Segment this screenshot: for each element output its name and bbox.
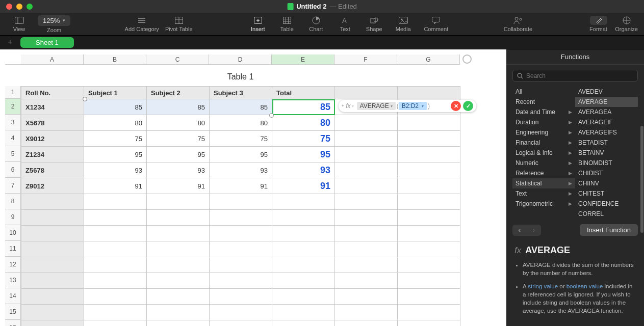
selection-handle-br[interactable]: [269, 113, 274, 118]
cell[interactable]: [147, 226, 210, 241]
media-button[interactable]: Media: [392, 16, 415, 32]
cell[interactable]: [335, 162, 398, 178]
cell[interactable]: [21, 194, 84, 210]
cell[interactable]: [398, 257, 460, 273]
cell[interactable]: [398, 289, 460, 305]
function-item[interactable]: AVERAGEA: [575, 107, 638, 117]
row-header[interactable]: 14: [5, 288, 21, 304]
sheet-tab[interactable]: Sheet 1: [20, 37, 74, 48]
row-header[interactable]: 4: [5, 130, 21, 146]
cell[interactable]: [210, 305, 272, 320]
cell[interactable]: [398, 147, 460, 162]
cell[interactable]: 93: [210, 162, 272, 178]
header-cell[interactable]: Subject 3: [210, 87, 272, 99]
cell[interactable]: X1234: [21, 99, 84, 115]
cell[interactable]: [84, 320, 147, 327]
cell[interactable]: [147, 305, 210, 320]
cell[interactable]: [272, 226, 335, 241]
cell[interactable]: 93: [147, 162, 210, 178]
cell[interactable]: 91: [147, 178, 210, 194]
zoom-button[interactable]: 125% Zoom: [38, 15, 70, 33]
cell[interactable]: 95: [210, 147, 272, 162]
cell[interactable]: [21, 241, 84, 257]
cell[interactable]: [335, 210, 398, 226]
pivot-table-button[interactable]: Pivot Table: [162, 16, 195, 32]
row-header[interactable]: 12: [5, 257, 21, 273]
function-item[interactable]: AVERAGEIFS: [575, 127, 638, 138]
minimize-window-button[interactable]: [16, 4, 22, 10]
cell[interactable]: [84, 226, 147, 241]
cell[interactable]: 75: [147, 131, 210, 147]
cell[interactable]: [398, 178, 460, 194]
format-button[interactable]: Format: [587, 16, 610, 32]
row-header[interactable]: 8: [5, 194, 21, 209]
organize-button[interactable]: Organize: [615, 16, 638, 32]
cell[interactable]: Z9012: [21, 178, 84, 194]
cell[interactable]: [210, 289, 272, 305]
cell[interactable]: [398, 305, 460, 320]
category-item[interactable]: Financial▶: [512, 138, 575, 148]
cell[interactable]: 91: [272, 178, 335, 194]
cell[interactable]: [335, 289, 398, 305]
panel-scrollbar[interactable]: [640, 126, 644, 253]
header-cell[interactable]: Total: [272, 87, 335, 99]
row-header[interactable]: 5: [5, 146, 21, 162]
table-button[interactable]: Table: [275, 16, 298, 32]
table-handle-right[interactable]: [462, 55, 472, 64]
cell[interactable]: [272, 320, 335, 327]
row-header[interactable]: 9: [5, 209, 21, 225]
cell[interactable]: [335, 305, 398, 320]
header-cell[interactable]: Roll No.: [21, 87, 84, 99]
cell[interactable]: [21, 226, 84, 241]
row-header[interactable]: 16: [5, 320, 21, 326]
cell[interactable]: [147, 320, 210, 327]
header-cell[interactable]: [335, 87, 398, 99]
header-cell[interactable]: [398, 87, 460, 99]
cell[interactable]: [398, 194, 460, 210]
cell[interactable]: Z5678: [21, 162, 84, 178]
cell[interactable]: 75: [84, 131, 147, 147]
cell[interactable]: [147, 289, 210, 305]
cell[interactable]: [21, 273, 84, 289]
cell[interactable]: [335, 320, 398, 327]
cell[interactable]: [210, 257, 272, 273]
row-header[interactable]: 15: [5, 304, 21, 320]
cell[interactable]: 93: [84, 162, 147, 178]
cell[interactable]: [84, 305, 147, 320]
function-item[interactable]: AVERAGEIF: [575, 117, 638, 127]
cell[interactable]: 91: [210, 178, 272, 194]
cell[interactable]: [84, 210, 147, 226]
cell[interactable]: [147, 273, 210, 289]
formula-function-token[interactable]: AVERAGE: [357, 102, 396, 110]
function-item[interactable]: CHIINV: [575, 178, 638, 188]
cell[interactable]: [335, 131, 398, 147]
column-header[interactable]: A: [21, 55, 84, 64]
cell[interactable]: [335, 115, 398, 131]
shape-button[interactable]: Shape: [363, 16, 385, 32]
cell[interactable]: [84, 289, 147, 305]
function-item[interactable]: CONFIDENCE: [575, 199, 638, 209]
cell[interactable]: [84, 257, 147, 273]
cell[interactable]: [21, 289, 84, 305]
cell[interactable]: [398, 273, 460, 289]
category-item[interactable]: Engineering▶: [512, 127, 575, 138]
nav-forward-button[interactable]: ›: [527, 225, 541, 236]
cell[interactable]: 93: [272, 162, 335, 178]
cell[interactable]: [84, 273, 147, 289]
cell[interactable]: [210, 210, 272, 226]
function-item[interactable]: AVERAGE: [575, 97, 638, 107]
column-header[interactable]: D: [209, 55, 272, 64]
formula-accept-button[interactable]: ✓: [463, 101, 473, 111]
cell[interactable]: [272, 194, 335, 210]
formula-editor[interactable]: • fx ▾ AVERAGE ( B2:D2 ) ✕ ✓: [339, 100, 476, 112]
cell[interactable]: [147, 257, 210, 273]
function-item[interactable]: CHITEST: [575, 188, 638, 199]
spreadsheet-canvas[interactable]: ABCDEFG Table 1 123456789101112131415161…: [0, 49, 506, 326]
header-cell[interactable]: Subject 1: [84, 87, 147, 99]
add-category-button[interactable]: Add Category: [121, 16, 162, 32]
cell[interactable]: [272, 289, 335, 305]
string-value-link[interactable]: string value: [528, 283, 558, 289]
cell[interactable]: 75: [272, 131, 335, 147]
cell[interactable]: [335, 194, 398, 210]
cell[interactable]: [272, 305, 335, 320]
